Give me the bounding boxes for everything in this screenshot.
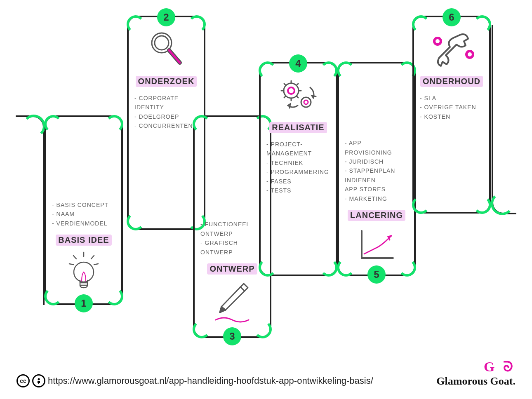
svg-point-9	[155, 36, 169, 50]
step-4-number-badge: 4	[289, 54, 307, 73]
svg-line-20	[297, 96, 298, 98]
diagram-stage: 1 - BASIS CONCEPT - NAAM - VERDIENMODEL …	[0, 0, 532, 342]
step-2-items: - CORPORATE IDENTITY - DOELGROEP - CONCU…	[134, 94, 198, 131]
step-4-items: - PROJECT- MANAGEMENT - TECHNIEK - PROGR…	[266, 140, 330, 195]
step-2-number-badge: 2	[157, 8, 175, 26]
step-6-items: - SLA - OVERIGE TAKEN - KOSTEN	[420, 94, 483, 121]
svg-line-22	[297, 84, 298, 85]
step-3-title: ONTWERP	[207, 263, 257, 275]
svg-line-11	[169, 50, 180, 63]
footer: cc https://www.glamorousgoat.nl/app-hand…	[0, 358, 532, 391]
gears-icon	[266, 75, 330, 116]
svg-point-26	[466, 51, 473, 58]
step-4-title: REALISATIE	[269, 122, 327, 133]
step-1-items: - BASIS CONCEPT - NAAM - VERDIENMODEL	[52, 200, 115, 228]
svg-point-24	[304, 100, 308, 104]
pencil-icon	[200, 280, 264, 326]
attribution-icon	[32, 374, 45, 387]
svg-line-4	[94, 264, 98, 265]
svg-line-21	[284, 96, 286, 98]
step-5-items: - APP PROVISIONING - JURIDISCH - STAPPEN…	[345, 138, 408, 203]
attribution-group: cc https://www.glamorousgoat.nl/app-hand…	[16, 374, 373, 387]
right-connector-stub	[492, 25, 516, 214]
svg-point-27	[38, 378, 40, 380]
magnifier-icon	[134, 29, 198, 70]
brand-logo-icon: G ᘐ	[436, 359, 516, 375]
svg-line-19	[284, 84, 286, 85]
svg-point-23	[301, 97, 311, 107]
step-3-number-badge: 3	[223, 327, 241, 345]
brand-name: Glamorous Goat.	[436, 375, 516, 387]
source-url: https://www.glamorousgoat.nl/app-handlei…	[48, 376, 373, 386]
svg-point-14	[288, 87, 294, 94]
step-4-card: 4	[259, 62, 337, 276]
step-5-card: 5 - APP PROVISIONING - JURIDISCH - STAPP…	[337, 62, 416, 276]
step-5-title: LANCERING	[348, 210, 405, 221]
step-5-number-badge: 5	[367, 265, 386, 284]
step-1-title: BASIS IDEE	[56, 235, 111, 246]
svg-line-12	[240, 287, 245, 291]
step-6-number-badge: 6	[443, 8, 461, 26]
cc-icon: cc	[16, 374, 30, 387]
step-6-card: 6 ONDERHOUD - SLA - OVERIGE TAKEN - KOST…	[412, 16, 491, 214]
growth-chart-icon	[345, 227, 408, 264]
svg-line-1	[73, 256, 76, 259]
step-2-title: ONDERZOEK	[136, 76, 197, 87]
step-3-items: - FUNCTIONEEL ONTWERP - GRAFISCH ONTWERP	[200, 220, 264, 257]
step-1-card: 1 - BASIS CONCEPT - NAAM - VERDIENMODEL …	[45, 115, 123, 305]
lightbulb-icon	[52, 251, 115, 293]
step-1-number-badge: 1	[75, 294, 93, 312]
wrench-icon	[420, 29, 483, 70]
step-6-title: ONDERHOUD	[420, 76, 483, 87]
brand-block: G ᘐ Glamorous Goat.	[436, 359, 516, 387]
svg-line-2	[91, 256, 94, 259]
left-connector-stub	[16, 115, 45, 305]
svg-line-3	[69, 264, 73, 265]
svg-point-25	[434, 38, 441, 45]
